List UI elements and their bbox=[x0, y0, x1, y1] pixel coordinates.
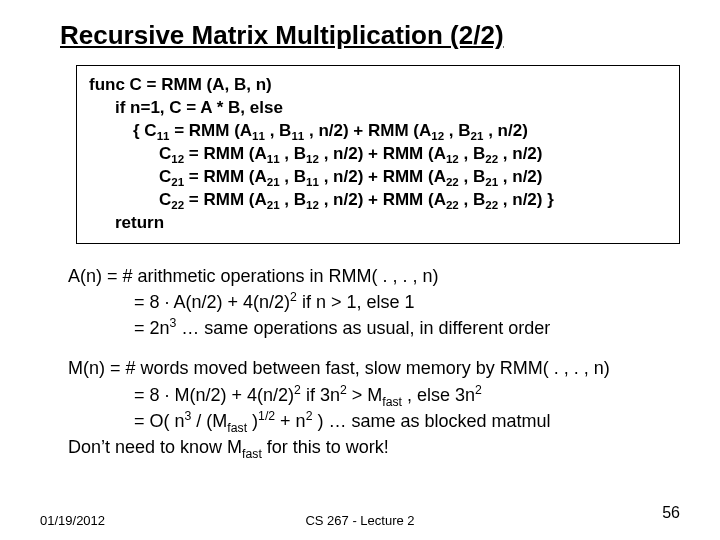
footer-center: CS 267 - Lecture 2 bbox=[40, 513, 680, 528]
m-line-4: Don’t need to know Mfast for this to wor… bbox=[68, 435, 680, 459]
m-line-3: = O( n3 / (Mfast )1/2 + n2 ) … same as b… bbox=[134, 409, 680, 433]
algorithm-box: func C = RMM (A, B, n) if n=1, C = A * B… bbox=[76, 65, 680, 244]
m-line-1: M(n) = # words moved between fast, slow … bbox=[68, 356, 680, 380]
code-line-6: C22 = RMM (A21 , B12 , n/2) + RMM (A22 ,… bbox=[159, 189, 667, 212]
m-line-2: = 8 · M(n/2) + 4(n/2)2 if 3n2 > Mfast , … bbox=[134, 383, 680, 407]
code-line-5: C21 = RMM (A21 , B11 , n/2) + RMM (A22 ,… bbox=[159, 166, 667, 189]
code-line-3: { C11 = RMM (A11 , B11 , n/2) + RMM (A12… bbox=[133, 120, 667, 143]
slide: Recursive Matrix Multiplication (2/2) fu… bbox=[0, 0, 720, 540]
a-line-3: = 2n3 … same operations as usual, in dif… bbox=[134, 316, 680, 340]
code-line-2: if n=1, C = A * B, else bbox=[115, 97, 667, 120]
analysis-block: A(n) = # arithmetic operations in RMM( .… bbox=[68, 264, 680, 460]
code-line-1: func C = RMM (A, B, n) bbox=[89, 74, 667, 97]
slide-title: Recursive Matrix Multiplication (2/2) bbox=[60, 20, 680, 51]
footer-page-number: 56 bbox=[662, 504, 680, 522]
code-line-4: C12 = RMM (A11 , B12 , n/2) + RMM (A12 ,… bbox=[159, 143, 667, 166]
a-line-1: A(n) = # arithmetic operations in RMM( .… bbox=[68, 264, 680, 288]
a-line-2: = 8 · A(n/2) + 4(n/2)2 if n > 1, else 1 bbox=[134, 290, 680, 314]
code-line-return: return bbox=[115, 212, 667, 235]
